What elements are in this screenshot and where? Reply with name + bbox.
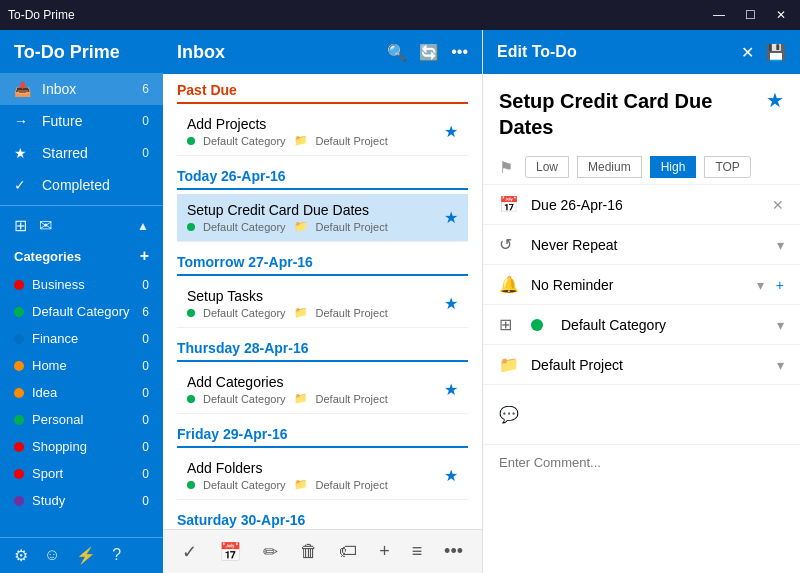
task-item[interactable]: Add CategoriesDefault Category📁Default P… [177, 366, 468, 414]
maximize-button[interactable]: ☐ [739, 6, 762, 24]
priority-high-button[interactable]: High [650, 156, 697, 178]
task-item[interactable]: Setup Credit Card Due DatesDefault Categ… [177, 194, 468, 242]
more-icon[interactable]: ••• [451, 43, 468, 61]
sidebar-item-completed[interactable]: ✓ Completed [0, 169, 163, 201]
category-expand-button[interactable]: ▾ [777, 317, 784, 333]
close-detail-button[interactable]: ✕ [741, 43, 754, 62]
task-star-button[interactable]: ★ [444, 380, 458, 399]
clear-date-button[interactable]: ✕ [772, 197, 784, 213]
sidebar-item-starred[interactable]: ★ Starred 0 [0, 137, 163, 169]
minimize-button[interactable]: — [707, 6, 731, 24]
task-category-dot [187, 395, 195, 403]
help-icon[interactable]: ? [112, 546, 121, 565]
task-star-button[interactable]: ★ [444, 466, 458, 485]
sidebar-inbox-count: 6 [142, 82, 149, 96]
sidebar-category-item[interactable]: Default Category6 [0, 298, 163, 325]
sidebar-category-item[interactable]: Finance0 [0, 325, 163, 352]
task-category-label: Default Category [203, 135, 286, 147]
task-info: Setup Credit Card Due DatesDefault Categ… [187, 202, 444, 233]
sidebar-category-item[interactable]: Home0 [0, 352, 163, 379]
project-value[interactable]: Default Project [531, 357, 765, 373]
more-actions-icon[interactable]: ••• [444, 541, 463, 562]
sidebar-category-item[interactable]: Study0 [0, 487, 163, 514]
task-category-dot [187, 223, 195, 231]
category-dot [14, 469, 24, 479]
envelope-icon[interactable]: ✉ [39, 216, 52, 235]
sidebar-completed-label: Completed [42, 177, 149, 193]
sidebar-item-future[interactable]: → Future 0 [0, 105, 163, 137]
sidebar-category-item[interactable]: Business0 [0, 271, 163, 298]
reminder-value[interactable]: No Reminder [531, 277, 745, 293]
settings-icon[interactable]: ⚙ [14, 546, 28, 565]
task-item[interactable]: Setup TasksDefault Category📁Default Proj… [177, 280, 468, 328]
sidebar-item-inbox[interactable]: 📥 Inbox 6 [0, 73, 163, 105]
save-button[interactable]: 💾 [766, 43, 786, 62]
task-name: Add Categories [187, 374, 444, 390]
grid-icon[interactable]: ⊞ [14, 216, 27, 235]
detail-star-button[interactable]: ★ [766, 88, 784, 112]
date-group-label: Friday 29-Apr-16 [177, 426, 468, 448]
task-star-button[interactable]: ★ [444, 122, 458, 141]
sidebar-future-count: 0 [142, 114, 149, 128]
add-category-button[interactable]: + [140, 247, 149, 265]
edit-icon[interactable]: ✏ [263, 541, 278, 563]
sidebar-category-item[interactable]: Idea0 [0, 379, 163, 406]
grid-detail-icon: ⊞ [499, 315, 519, 334]
sidebar-category-item[interactable]: Personal0 [0, 406, 163, 433]
category-name: Finance [32, 331, 142, 346]
category-list: Business0Default Category6Finance0Home0I… [0, 271, 163, 514]
add-reminder-button[interactable]: + [776, 277, 784, 293]
task-info: Setup TasksDefault Category📁Default Proj… [187, 288, 444, 319]
tag-icon[interactable]: 🏷 [339, 541, 357, 562]
task-info: Add FoldersDefault Category📁Default Proj… [187, 460, 444, 491]
task-name: Add Folders [187, 460, 444, 476]
category-count: 0 [142, 494, 149, 508]
comment-row: 💬 [483, 384, 800, 444]
category-name: Default Category [32, 304, 142, 319]
delete-icon[interactable]: 🗑 [300, 541, 318, 562]
priority-medium-button[interactable]: Medium [577, 156, 642, 178]
due-date-value[interactable]: Due 26-Apr-16 [531, 197, 760, 213]
priority-top-button[interactable]: TOP [704, 156, 750, 178]
task-item[interactable]: Add ProjectsDefault Category📁Default Pro… [177, 108, 468, 156]
right-header: Edit To-Do ✕ 💾 [483, 30, 800, 74]
task-category-label: Default Category [203, 307, 286, 319]
task-folder-icon: 📁 [294, 478, 308, 491]
repeat-value[interactable]: Never Repeat [531, 237, 765, 253]
priority-low-button[interactable]: Low [525, 156, 569, 178]
list-icon[interactable]: ≡ [412, 541, 423, 562]
task-folder-icon: 📁 [294, 306, 308, 319]
category-count: 6 [142, 305, 149, 319]
task-folder-icon: 📁 [294, 220, 308, 233]
emoji-icon[interactable]: ☺ [44, 546, 60, 565]
detail-title-row: Setup Credit Card Due Dates ★ [483, 74, 800, 150]
collapse-icon[interactable]: ▲ [137, 219, 149, 233]
comment-input[interactable] [499, 455, 784, 470]
calendar-icon[interactable]: 📅 [219, 541, 241, 563]
category-count: 0 [142, 278, 149, 292]
category-count: 0 [142, 413, 149, 427]
sidebar-category-item[interactable]: Sport0 [0, 460, 163, 487]
repeat-expand-button[interactable]: ▾ [777, 237, 784, 253]
complete-icon[interactable]: ✓ [182, 541, 197, 563]
close-button[interactable]: ✕ [770, 6, 792, 24]
date-group: Past DueAdd ProjectsDefault Category📁Def… [163, 74, 482, 160]
task-star-button[interactable]: ★ [444, 208, 458, 227]
reminder-expand-button[interactable]: ▾ [757, 277, 764, 293]
add-task-icon[interactable]: + [379, 541, 390, 562]
sidebar-category-item[interactable]: Shopping0 [0, 433, 163, 460]
sync-icon[interactable]: 🔄 [419, 43, 439, 62]
task-meta: Default Category📁Default Project [187, 134, 444, 147]
search-icon[interactable]: 🔍 [387, 43, 407, 62]
right-pane: Edit To-Do ✕ 💾 Setup Credit Card Due Dat… [483, 30, 800, 573]
category-dot [14, 415, 24, 425]
share-icon[interactable]: ⚡ [76, 546, 96, 565]
task-name: Add Projects [187, 116, 444, 132]
task-star-button[interactable]: ★ [444, 294, 458, 313]
project-expand-button[interactable]: ▾ [777, 357, 784, 373]
task-item[interactable]: Add FoldersDefault Category📁Default Proj… [177, 452, 468, 500]
category-value[interactable]: Default Category [561, 317, 765, 333]
categories-header: Categories + [0, 241, 163, 271]
task-folder-icon: 📁 [294, 392, 308, 405]
date-group: Today 26-Apr-16Setup Credit Card Due Dat… [163, 160, 482, 246]
